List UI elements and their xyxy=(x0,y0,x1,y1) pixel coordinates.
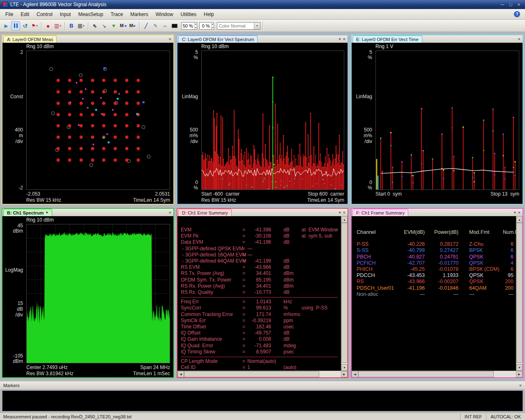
panel-e-close-icon[interactable]: × xyxy=(518,37,520,42)
menu-utilities[interactable]: Utilities xyxy=(177,10,200,18)
menu-control[interactable]: Control xyxy=(33,10,56,18)
app-icon[interactable] xyxy=(2,2,8,7)
draw-line-button[interactable]: ╱ xyxy=(142,21,151,30)
menu-markers[interactable]: Markers xyxy=(127,10,152,18)
layout-dropdown-icon[interactable]: ▾ xyxy=(83,24,85,28)
select-tool-button[interactable]: ⇖ xyxy=(90,21,99,30)
markers-close-icon[interactable]: × xyxy=(519,383,522,388)
scroll-down-icon[interactable]: ▼ xyxy=(341,364,348,371)
scroll-right-icon[interactable]: ▶ xyxy=(341,371,348,377)
scrollbar-track[interactable] xyxy=(516,223,523,364)
scroll-left-icon[interactable]: ◀ xyxy=(352,371,358,377)
restart-button[interactable]: ↺ xyxy=(21,21,30,30)
scrollbar-thumb[interactable] xyxy=(341,223,348,363)
menu-meassetup[interactable]: MeasSetup xyxy=(74,10,107,18)
panel-c-range-label: Rng 10 dBm xyxy=(201,44,229,49)
menu-window[interactable]: Window xyxy=(152,10,177,18)
scrollbar-track[interactable] xyxy=(358,371,516,377)
close-button[interactable]: × xyxy=(515,2,523,7)
panel-f-horizontal-scrollbar[interactable]: ◀ ▶ xyxy=(352,371,523,377)
marker-left-button[interactable]: M◀ xyxy=(119,21,128,30)
toolbar: ▶ ↺ ⚑▾ ● ▥▾ B ▦▾ ⇖ ↘ ▼ M◀ M▶ ╱ ✎ ⇔ 50 % … xyxy=(0,20,525,32)
menu-trace[interactable]: Trace xyxy=(107,10,127,18)
color-mode-dropdown-icon[interactable]: ▾ xyxy=(254,23,260,29)
panel-b-tab[interactable]: B: Ch1 Spectrum ▼ xyxy=(3,209,52,216)
marker-right-button[interactable]: M▶ xyxy=(128,21,137,30)
panel-b-plot-area[interactable] xyxy=(26,224,170,363)
error-summary-row: RS Tx. Power (Avg)=34.401dBm xyxy=(181,270,339,277)
panel-d-horizontal-scrollbar[interactable]: ◀ ▶ xyxy=(177,371,348,377)
minimize-button[interactable]: ─ xyxy=(499,2,506,7)
error-summary-row: RS EVM=-43.966dB xyxy=(181,264,339,270)
percent-input-2[interactable]: 0 % ▴▾ xyxy=(199,22,214,30)
panel-f-menu-icon[interactable]: ▾ xyxy=(514,211,516,215)
panel-a-header: A: Layer0 OFDM Meas × xyxy=(2,35,173,43)
layout-button[interactable]: ▦▾ xyxy=(76,21,86,30)
panel-f-close-icon[interactable]: × xyxy=(518,210,520,215)
panel-c-close-icon[interactable]: × xyxy=(343,37,345,42)
panel-c-menu-icon[interactable]: ▾ xyxy=(339,37,341,41)
menu-file[interactable]: File xyxy=(2,10,17,18)
spinner-arrows-icon[interactable]: ▴▾ xyxy=(211,22,214,29)
zoom-tool-button[interactable]: ↘ xyxy=(100,21,109,30)
error-vector-time-plot[interactable] xyxy=(376,51,519,189)
panel-a-close-icon[interactable]: × xyxy=(169,37,171,42)
pencil-icon: ✎ xyxy=(154,23,158,28)
panel-e-tab[interactable]: E: Layer0 OFDM Err Vect Time xyxy=(352,35,422,43)
trigger-dropdown-icon[interactable]: ▾ xyxy=(36,24,38,28)
scrollbar-thumb[interactable] xyxy=(184,371,319,377)
panel-a-plot-area[interactable] xyxy=(26,51,170,190)
menu-help[interactable]: Help xyxy=(200,10,218,18)
menu-input[interactable]: Input xyxy=(56,10,75,18)
axis-scale-button[interactable]: ⇔ xyxy=(161,21,170,30)
panel-d-menu-icon[interactable]: ▾ xyxy=(339,211,341,215)
frame-summary-row-non-alloc: Non-alloc———— xyxy=(357,291,513,298)
panel-f-tab[interactable]: F: Ch1 Frame Summary xyxy=(352,209,408,216)
panel-a-tab[interactable]: A: Layer0 OFDM Meas xyxy=(3,35,57,43)
menu-items: FileEditControlInputMeasSetupTraceMarker… xyxy=(2,10,218,18)
panel-d-tab[interactable]: D: Ch1 Error Summary xyxy=(178,209,232,216)
help-icon[interactable]: ? xyxy=(514,11,520,17)
scrollbar-track[interactable] xyxy=(184,371,341,377)
color-mode-select[interactable]: Color Normal ▾ xyxy=(217,22,260,30)
panel-ofdm-meas: A: Layer0 OFDM Meas × Rng 10 dBm 2 Const… xyxy=(2,35,174,205)
scroll-up-icon[interactable]: ▲ xyxy=(341,216,348,223)
scrollbar-track[interactable] xyxy=(341,223,348,364)
scroll-up-icon[interactable]: ▲ xyxy=(516,216,523,223)
y-axis-format-label: LinMag xyxy=(182,94,198,99)
pause-on-trigger-button[interactable]: ⚑▾ xyxy=(30,21,39,30)
panel-d-vertical-scrollbar[interactable]: ▲ ▼ xyxy=(341,216,348,371)
scroll-down-icon[interactable]: ▼ xyxy=(516,364,523,371)
spinner-arrows-icon[interactable]: ▴▾ xyxy=(194,22,197,29)
panel-c-info-line: Res BW 15 kHzTimeLen 14 Sym xyxy=(201,197,344,203)
panel-b-trace-dropdown-icon[interactable]: ▼ xyxy=(45,211,48,215)
panel-e-plot-area[interactable] xyxy=(375,51,519,190)
constellation-plot[interactable] xyxy=(27,51,170,189)
record-dropdown-icon[interactable]: ▾ xyxy=(60,24,61,28)
error-vector-spectrum-plot[interactable] xyxy=(202,51,344,189)
error-summary-table: EVM=-41.398dBat EVM WindowEVM Pk=-30.108… xyxy=(181,227,339,370)
maximize-button[interactable]: □ xyxy=(507,2,514,7)
display-button[interactable] xyxy=(170,21,179,30)
b-tool-button[interactable]: B xyxy=(67,21,76,30)
marker-right-arrow-icon: ▶ xyxy=(134,24,136,28)
panel-c-plot-area[interactable] xyxy=(201,51,344,190)
scroll-left-icon[interactable]: ◀ xyxy=(177,371,184,377)
peak-search-button[interactable]: ▼ xyxy=(109,21,118,30)
scroll-right-icon[interactable]: ▶ xyxy=(516,371,523,377)
scrollbar-thumb[interactable] xyxy=(358,371,494,377)
panel-b-close-icon[interactable]: × xyxy=(169,210,171,215)
record-button[interactable]: ● xyxy=(44,21,53,30)
spectrum-plot[interactable] xyxy=(27,224,170,363)
annotate-button[interactable]: ✎ xyxy=(151,21,160,30)
panel-f-vertical-scrollbar[interactable]: ▲ ▼ xyxy=(516,216,523,371)
pause-button[interactable] xyxy=(11,21,20,30)
panel-c-tab[interactable]: C: Layer0 OFDM Err Vect Spectrum xyxy=(178,35,258,43)
error-summary-row: - 3GPP-defined 16QAM EVM=— xyxy=(181,252,339,258)
panel-d-close-icon[interactable]: × xyxy=(343,210,345,215)
play-button[interactable]: ▶ xyxy=(2,21,11,30)
menu-edit[interactable]: Edit xyxy=(17,10,33,18)
record-setup-button[interactable]: ▥▾ xyxy=(53,21,62,30)
scrollbar-thumb[interactable] xyxy=(516,223,523,363)
percent-input-1[interactable]: 50 % ▴▾ xyxy=(181,22,197,30)
